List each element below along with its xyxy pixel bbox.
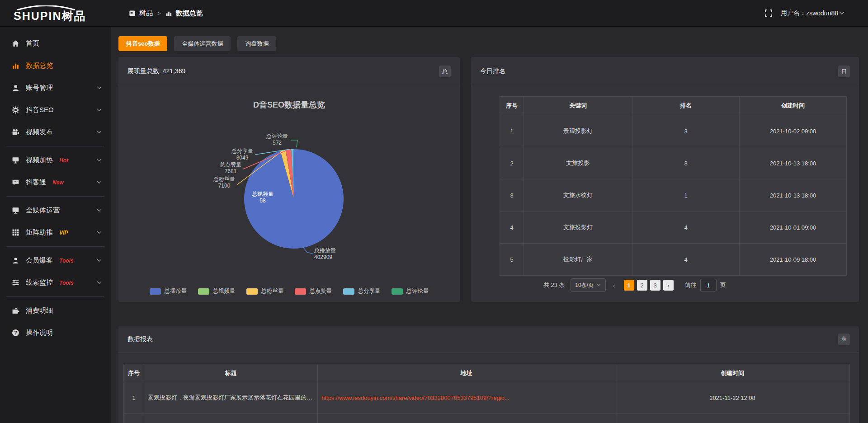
- day-badge[interactable]: 日: [838, 66, 850, 77]
- sidebar-item-home[interactable]: 首页: [0, 33, 111, 55]
- legend-item-plays[interactable]: 总播放量: [150, 287, 187, 295]
- tab-omnimedia-data[interactable]: 全媒体运营数据: [174, 36, 231, 51]
- sidebar-item-lead-monitor[interactable]: 线索监控 Tools: [0, 272, 111, 294]
- label-total-shares: 总分享量3049: [219, 148, 266, 161]
- tab-douyin-seo-data[interactable]: 抖音seo数据: [118, 36, 167, 51]
- grid-icon: [12, 229, 19, 236]
- sidebar-item-account[interactable]: 账号管理: [0, 77, 111, 99]
- table-row[interactable]: 5投影灯厂家 42021-10-09 18:00: [500, 244, 847, 276]
- page-button-2[interactable]: 2: [637, 280, 647, 291]
- username-label: 用户名：: [781, 9, 806, 17]
- sidebar-item-omnimedia[interactable]: 全媒体运营: [0, 199, 111, 221]
- breadcrumb: 树品 > 数据总览: [129, 9, 203, 18]
- sidebar-item-video-publish[interactable]: 视频发布: [0, 121, 111, 143]
- sidebar-divider: [6, 146, 104, 146]
- report-title-cell: 景观投影灯，夜游景观投影灯厂家展示展示落花灯在花园里的灯光投影应用效果 #: [144, 382, 318, 414]
- sidebar-item-label: 操作说明: [26, 329, 53, 337]
- table-row[interactable]: 3文旅水纹灯 12021-10-13 18:00: [500, 179, 847, 212]
- svg-text:?: ?: [14, 330, 17, 335]
- bar-chart-icon: [165, 10, 172, 17]
- goto-unit: 页: [720, 281, 726, 289]
- sidebar-item-video-heat[interactable]: 视频加热 Hot: [0, 149, 111, 171]
- page-button-3[interactable]: 3: [650, 280, 660, 291]
- chevron-down-icon: [97, 131, 102, 134]
- sidebar-item-label: 线索监控: [26, 278, 53, 287]
- sidebar-item-label: 账号管理: [26, 84, 53, 92]
- legend-item-likes[interactable]: 总点赞量: [295, 287, 332, 295]
- label-total-likes: 总点赞量7681: [207, 161, 254, 175]
- prev-page-button[interactable]: ‹: [611, 282, 617, 289]
- table-row[interactable]: [124, 414, 850, 423]
- user-icon: [12, 84, 19, 92]
- report-table: 序号标题 地址创建时间 1 景观投影灯，夜游景观投影灯厂家展示展示落花灯在花园里…: [123, 364, 850, 423]
- chevron-down-icon: [97, 231, 102, 234]
- breadcrumb-separator: >: [157, 10, 161, 17]
- table-row[interactable]: 1 景观投影灯，夜游景观投影灯厂家展示展示落花灯在花园里的灯光投影应用效果 # …: [124, 382, 850, 414]
- legend-swatch: [295, 288, 306, 295]
- sidebar-item-help[interactable]: ? 操作说明: [0, 322, 111, 344]
- vip-tag: VIP: [59, 230, 68, 236]
- chat-bubble-icon: [12, 179, 19, 186]
- sidebar-divider: [6, 296, 104, 297]
- legend-item-shares[interactable]: 总分享量: [343, 287, 381, 295]
- gear-icon: [12, 106, 19, 114]
- pie-legend: 总播放量 总视频量 总粉丝量 总点赞量 总分享量 总评论量: [118, 287, 460, 295]
- table-row[interactable]: 2文旅投影 32021-10-13 18:00: [500, 147, 847, 179]
- breadcrumb-root[interactable]: 树品: [139, 9, 153, 18]
- label-total-fans: 总粉丝量7100: [201, 176, 248, 189]
- fullscreen-icon[interactable]: [764, 9, 773, 17]
- table-badge[interactable]: 表: [838, 334, 850, 345]
- total-badge[interactable]: 总: [439, 66, 451, 77]
- legend-swatch: [392, 288, 403, 295]
- sidebar-item-douyin-seo[interactable]: 抖音SEO: [0, 99, 111, 121]
- main-content: 抖音seo数据 全媒体运营数据 询盘数据 展现量总数: 421,369 总 D音…: [111, 26, 868, 423]
- logo-text: SHUPIN树品: [14, 10, 111, 21]
- seo-overview-panel: 展现量总数: 421,369 总 D音SEO数据量总览 总评论量572 总分享量…: [118, 57, 460, 302]
- chevron-down-icon: [97, 86, 102, 89]
- sidebar-item-label: 矩阵助推: [26, 228, 53, 237]
- home-icon: [12, 40, 19, 47]
- screen-share-icon: [12, 156, 19, 164]
- sidebar-item-doukeTong[interactable]: 抖客通 New: [0, 171, 111, 193]
- pagination-total: 共 23 条: [543, 281, 565, 289]
- table-row[interactable]: 1景观投影灯 32021-10-02 09:00: [500, 115, 847, 147]
- breadcrumb-current: 数据总览: [176, 9, 203, 18]
- sidebar-item-label: 视频发布: [26, 128, 53, 136]
- pie-chart-title: D音SEO数据量总览: [118, 99, 460, 110]
- goto-page-input[interactable]: 1: [700, 279, 717, 291]
- monitor-icon: [12, 207, 19, 214]
- video-camera-icon: [12, 128, 19, 136]
- sidebar-item-consumption[interactable]: 消费明细: [0, 300, 111, 322]
- table-row[interactable]: 4文旅投影灯 42021-10-01 09:00: [500, 212, 847, 244]
- today-ranking-panel: 今日排名 日 序号关键词 排名创建时间 1景观投影灯 32021-10-02 0…: [471, 57, 859, 302]
- top-header: SHUPIN树品 树品 > 数据总览 用户名： zswodun88: [0, 0, 868, 27]
- page-size-select[interactable]: 10条/页: [571, 278, 606, 292]
- sidebar-item-member-burst[interactable]: 会员爆客 Tools: [0, 249, 111, 272]
- sidebar-item-label: 首页: [26, 39, 39, 48]
- legend-item-fans[interactable]: 总粉丝量: [246, 287, 284, 295]
- tab-inquiry-data[interactable]: 询盘数据: [237, 36, 276, 51]
- data-tabs: 抖音seo数据 全媒体运营数据 询盘数据: [118, 36, 276, 51]
- legend-item-videos[interactable]: 总视频量: [198, 287, 236, 295]
- sidebar-item-label: 消费明细: [26, 306, 53, 315]
- label-total-comments: 总评论量572: [254, 133, 301, 146]
- sidebar-item-data-overview[interactable]: 数据总览: [0, 55, 111, 77]
- sidebar-nav: 首页 数据总览 账号管理 抖音SEO 视频发布 视频加热 Hot 抖客通 New…: [0, 26, 111, 423]
- legend-swatch: [150, 288, 161, 295]
- sidebar-item-label: 抖客通: [26, 178, 46, 187]
- person-icon: [12, 257, 19, 264]
- user-menu[interactable]: 用户名： zswodun88: [781, 9, 844, 17]
- data-report-panel: 数据报表 表 序号标题 地址创建时间 1 景观投影灯，夜游景观投影灯厂家展示展示…: [118, 326, 859, 423]
- chevron-down-icon: [839, 11, 844, 15]
- tools-tag: Tools: [59, 280, 74, 286]
- video-link[interactable]: https://www.iesdouyin.com/share/video/70…: [321, 395, 509, 401]
- label-total-plays: 总播放量402909: [314, 247, 373, 261]
- sidebar-item-matrix-boost[interactable]: 矩阵助推 VIP: [0, 221, 111, 244]
- next-page-button[interactable]: ›: [663, 280, 674, 291]
- app-logo: SHUPIN树品: [0, 5, 111, 21]
- legend-item-comments[interactable]: 总评论量: [392, 287, 429, 295]
- sliders-icon: [12, 279, 19, 287]
- page-button-1[interactable]: 1: [624, 280, 634, 291]
- tools-tag: Tools: [59, 258, 74, 264]
- impressions-total: 展现量总数: 421,369: [127, 67, 185, 75]
